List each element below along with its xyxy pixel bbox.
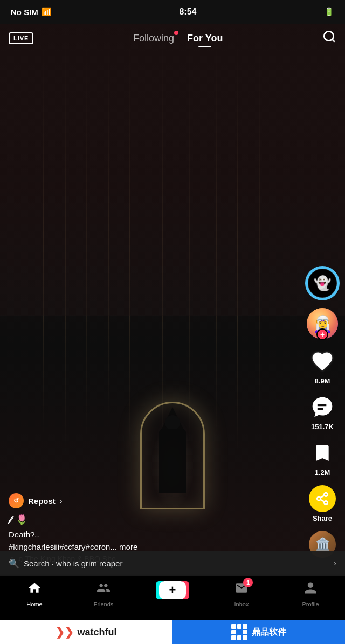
notification-dot bbox=[174, 31, 178, 35]
watchful-logo: ❯❯ watchful bbox=[56, 626, 116, 639]
video-area[interactable] bbox=[0, 0, 345, 574]
second-avatar-container[interactable]: 🧝‍♀️ + bbox=[307, 308, 338, 339]
time-display: 8:54 bbox=[179, 7, 196, 17]
battery-icon: 🔋 bbox=[324, 7, 334, 17]
bookmark-icon bbox=[309, 439, 336, 466]
tab-following[interactable]: Following bbox=[133, 33, 174, 44]
watchful-branding: ❯❯ watchful bbox=[0, 620, 172, 644]
nav-inbox[interactable]: 1 Inbox bbox=[207, 581, 276, 607]
right-sidebar: 👻 🧝‍♀️ + 8.9M 151.7K bbox=[306, 267, 339, 558]
creator-avatar-ring: 👻 bbox=[306, 267, 339, 299]
home-icon bbox=[27, 581, 42, 599]
chevron1: ❯❯ bbox=[56, 626, 74, 639]
username-emoji: 🌷 bbox=[16, 514, 27, 526]
svg-line-6 bbox=[320, 495, 324, 498]
svg-point-4 bbox=[324, 501, 328, 505]
share-action[interactable]: Share bbox=[309, 485, 336, 522]
creator-avatar-container[interactable]: 👻 bbox=[306, 267, 339, 299]
search-suggestion-bar[interactable]: 🔍 Search · who is grim reaper › bbox=[0, 551, 345, 575]
carrier-text: No SIM bbox=[11, 8, 38, 17]
comment-icon bbox=[309, 394, 336, 421]
live-button[interactable]: LIVE bbox=[9, 32, 33, 44]
more-link[interactable]: more bbox=[119, 542, 137, 551]
status-right: 🔋 bbox=[324, 7, 334, 17]
wifi-icon: 📶 bbox=[42, 7, 52, 17]
qr-icon bbox=[231, 624, 247, 640]
bookmark-action[interactable]: 1.2M bbox=[309, 439, 336, 477]
tab-foryou[interactable]: For You bbox=[187, 33, 223, 44]
search-suggestion-text: Search · who is grim reaper bbox=[24, 559, 329, 568]
nav-home-label: Home bbox=[26, 601, 42, 607]
repost-icon: ↺ bbox=[9, 493, 24, 508]
username: 𝒻 bbox=[9, 515, 11, 524]
comment-count: 151.7K bbox=[311, 423, 334, 431]
brand-right-text: 鼎品软件 bbox=[252, 627, 286, 638]
search-small-icon: 🔍 bbox=[9, 558, 19, 569]
svg-line-1 bbox=[332, 39, 335, 42]
status-left: No SIM 📶 bbox=[11, 7, 52, 17]
inbox-badge: 1 bbox=[243, 578, 253, 587]
nav-add[interactable]: + bbox=[138, 581, 207, 599]
video-caption: Death?.. bbox=[9, 529, 293, 540]
comment-action[interactable]: 151.7K bbox=[309, 394, 336, 431]
svg-point-0 bbox=[324, 31, 333, 40]
header: LIVE Following For You bbox=[0, 24, 345, 53]
repost-label: Repost bbox=[28, 496, 56, 506]
nav-friends[interactable]: Friends bbox=[69, 581, 138, 607]
nav-profile[interactable]: Profile bbox=[276, 581, 345, 607]
svg-line-5 bbox=[320, 500, 324, 502]
branding-bar: ❯❯ watchful 鼎品软件 bbox=[0, 620, 345, 644]
status-bar: No SIM 📶 8:54 🔋 bbox=[0, 0, 345, 24]
cathedral-scene bbox=[0, 0, 345, 574]
like-action[interactable]: 8.9M bbox=[309, 348, 336, 385]
svg-point-2 bbox=[324, 493, 328, 496]
like-count: 8.9M bbox=[315, 377, 330, 385]
inbox-wrapper: 1 bbox=[234, 581, 249, 599]
username-row[interactable]: 𝒻 🌷 bbox=[9, 514, 293, 526]
right-branding: 鼎品软件 bbox=[172, 620, 345, 644]
bookmark-count: 1.2M bbox=[315, 468, 330, 477]
watchful-chevrons: ❯❯ bbox=[56, 626, 74, 639]
nav-home[interactable]: Home bbox=[0, 581, 69, 607]
creator-avatar: 👻 bbox=[308, 269, 336, 297]
svg-point-3 bbox=[317, 497, 321, 501]
add-button[interactable]: + bbox=[159, 581, 186, 599]
friends-icon bbox=[96, 581, 111, 599]
add-plus-icon: + bbox=[169, 583, 176, 597]
repost-arrow: › bbox=[60, 496, 63, 505]
repost-row[interactable]: ↺ Repost › bbox=[9, 493, 293, 508]
nav-profile-label: Profile bbox=[302, 601, 319, 607]
nav-friends-label: Friends bbox=[94, 601, 114, 607]
nav-inbox-label: Inbox bbox=[234, 601, 249, 607]
search-button[interactable] bbox=[322, 30, 336, 47]
header-tabs: Following For You bbox=[133, 33, 223, 44]
profile-icon bbox=[303, 581, 318, 599]
follow-plus-badge[interactable]: + bbox=[316, 328, 328, 340]
dark-figure bbox=[159, 429, 186, 493]
heart-icon bbox=[309, 348, 336, 375]
search-chevron-icon: › bbox=[334, 558, 336, 568]
video-hashtags[interactable]: #kingcharlesiii#ccfary#coron... more bbox=[9, 542, 293, 551]
watchful-text: watchful bbox=[77, 627, 116, 638]
share-icon bbox=[309, 485, 336, 512]
share-label: Share bbox=[313, 514, 332, 522]
